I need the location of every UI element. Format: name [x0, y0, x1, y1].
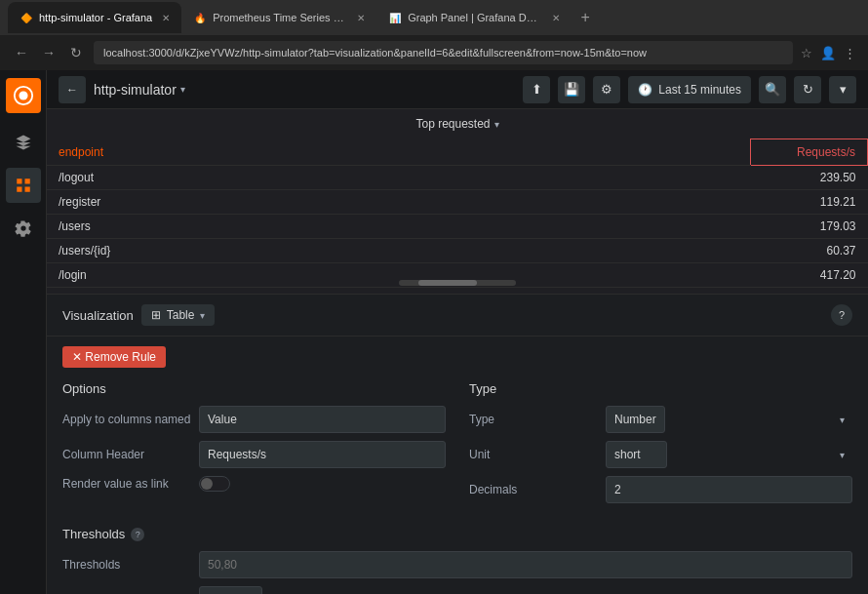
column-header-row: Column Header	[62, 441, 446, 468]
thresholds-input[interactable]	[199, 551, 852, 578]
tab-favicon-1: 🔶	[20, 11, 33, 24]
help-button[interactable]: ?	[831, 304, 852, 326]
tab-close-2[interactable]: ✕	[357, 13, 365, 23]
left-sidebar	[0, 70, 47, 594]
value-cell: 60.37	[751, 239, 868, 263]
dashboard-name: http-simulator	[94, 82, 177, 98]
toolbar-right: ⬆ 💾 ⚙ 🕐 Last 15 minutes 🔍 ↻	[523, 76, 856, 103]
thresholds-label: Thresholds	[62, 527, 125, 541]
apply-columns-label: Apply to columns named	[62, 413, 199, 426]
decimals-label: Decimals	[469, 483, 606, 496]
tab-bar: 🔶 http-simulator - Grafana ✕ 🔥 Prometheu…	[0, 0, 868, 35]
section-row: Options Apply to columns named Column He…	[62, 377, 852, 511]
col-requests[interactable]: Requests/s	[751, 139, 868, 166]
settings-button[interactable]: ⚙	[593, 76, 620, 103]
table-row: /users179.03	[47, 215, 868, 239]
column-header-input[interactable]	[199, 441, 446, 468]
profile-icon[interactable]: 👤	[820, 46, 836, 60]
unit-label: Unit	[469, 448, 606, 461]
table-icon: ⊞	[151, 308, 161, 322]
tab-docs[interactable]: 📊 Graph Panel | Grafana Docume... ✕	[376, 2, 572, 33]
table-row: /logout239.50	[47, 166, 868, 190]
column-header-label: Column Header	[62, 448, 199, 461]
grafana-app: ← http-simulator ▾ ⬆ 💾 ⚙ 🕐 Last 15 minut…	[0, 70, 868, 594]
value-cell: 179.03	[751, 215, 868, 239]
sidebar-item-settings[interactable]	[6, 211, 41, 246]
endpoint-cell: /users	[47, 215, 751, 239]
render-link-row: Render value as link	[62, 476, 446, 492]
render-link-toggle[interactable]	[199, 476, 230, 492]
question-icon: ?	[839, 309, 845, 321]
menu-icon[interactable]: ⋮	[844, 46, 856, 60]
toggle-knob	[201, 478, 213, 490]
col-endpoint: endpoint	[47, 139, 751, 166]
value-cell: 239.50	[751, 166, 868, 190]
visualization-selector[interactable]: ⊞ Table ▾	[141, 304, 216, 326]
bookmark-icon[interactable]: ☆	[801, 46, 812, 60]
svg-point-1	[19, 91, 27, 99]
type-label: Type	[469, 413, 606, 426]
save-button[interactable]: 💾	[558, 76, 585, 103]
color-mode-select[interactable]: Disabled Cell Row Value	[199, 586, 262, 594]
dashboard-title[interactable]: http-simulator ▾	[94, 82, 185, 98]
remove-rule-button[interactable]: ✕ Remove Rule	[62, 346, 166, 368]
panel-preview: Top requested ▾ endpoint Requests/s /log…	[47, 109, 868, 295]
tab-favicon-2: 🔥	[193, 11, 207, 24]
share-button[interactable]: ⬆	[523, 76, 550, 103]
back-to-dashboard-button[interactable]: ←	[59, 76, 86, 103]
refresh-button[interactable]: ↻	[794, 76, 821, 103]
tab-favicon-3: 📊	[388, 11, 402, 24]
type-select[interactable]: Number String Date	[606, 406, 665, 433]
endpoint-cell: /logout	[47, 166, 751, 190]
unit-select[interactable]: short seconds ms	[606, 441, 667, 468]
value-cell: 119.21	[751, 190, 868, 215]
url-bar[interactable]: localhost:3000/d/kZjxeYVWz/http-simulato…	[94, 41, 793, 64]
sidebar-item-visualization[interactable]	[6, 168, 41, 203]
table-row: /users/{id}60.37	[47, 239, 868, 263]
apply-columns-input[interactable]	[199, 406, 446, 433]
scroll-indicator	[399, 280, 516, 286]
thresholds-input-row: Thresholds	[62, 551, 852, 578]
panel-title[interactable]: Top requested ▾	[415, 117, 498, 131]
clock-icon: 🕐	[638, 83, 652, 97]
dashboard-caret-icon: ▾	[180, 84, 185, 95]
chevron-down-icon: ▾	[840, 82, 847, 97]
search-icon: 🔍	[765, 82, 780, 97]
top-toolbar: ← http-simulator ▾ ⬆ 💾 ⚙ 🕐 Last 15 minut…	[47, 70, 868, 109]
grafana-logo[interactable]	[6, 78, 41, 113]
remove-rule-label: ✕ Remove Rule	[72, 350, 156, 364]
address-icons: ☆ 👤 ⋮	[801, 46, 856, 60]
unit-select-wrapper: short seconds ms	[606, 441, 852, 468]
tab-close-1[interactable]: ✕	[162, 13, 170, 23]
tab-prometheus[interactable]: 🔥 Prometheus Time Series Colle... ✕	[181, 2, 376, 33]
table-row: /register119.21	[47, 190, 868, 215]
render-link-label: Render value as link	[62, 477, 199, 491]
sidebar-item-layers[interactable]	[6, 125, 41, 160]
decimals-input[interactable]	[606, 476, 852, 503]
browser-chrome: 🔶 http-simulator - Grafana ✕ 🔥 Prometheu…	[0, 0, 868, 70]
type-row: Type Number String Date	[469, 406, 852, 433]
value-cell: 417.20	[751, 263, 868, 288]
editor-header: Visualization ⊞ Table ▾ ?	[47, 295, 868, 337]
panel-table: endpoint Requests/s /logout239.50/regist…	[47, 139, 868, 288]
editor-section: Options Apply to columns named Column He…	[47, 377, 868, 527]
threshold-help-icon[interactable]: ?	[131, 528, 144, 541]
save-icon: 💾	[564, 82, 579, 97]
viz-selector-label: Table	[167, 308, 195, 322]
back-button[interactable]: ←	[12, 43, 31, 62]
search-button[interactable]: 🔍	[759, 76, 786, 103]
color-mode-select-wrapper: Disabled Cell Row Value	[199, 586, 852, 594]
type-title: Type	[469, 377, 852, 396]
tab-close-3[interactable]: ✕	[552, 13, 560, 23]
thresholds-input-label: Thresholds	[62, 558, 199, 572]
new-tab-button[interactable]: +	[572, 4, 599, 31]
url-text: localhost:3000/d/kZjxeYVWz/http-simulato…	[103, 47, 647, 59]
thresholds-section: Thresholds ? Thresholds Color Mode Disab…	[47, 527, 868, 594]
more-button[interactable]: ▾	[829, 76, 856, 103]
refresh-button[interactable]: ↻	[66, 43, 86, 62]
forward-button[interactable]: →	[39, 43, 59, 62]
panel-title-text: Top requested	[415, 117, 490, 131]
tab-grafana[interactable]: 🔶 http-simulator - Grafana ✕	[8, 2, 181, 33]
time-range-button[interactable]: 🕐 Last 15 minutes	[628, 76, 751, 103]
tab-title-3: Graph Panel | Grafana Docume...	[408, 12, 542, 23]
